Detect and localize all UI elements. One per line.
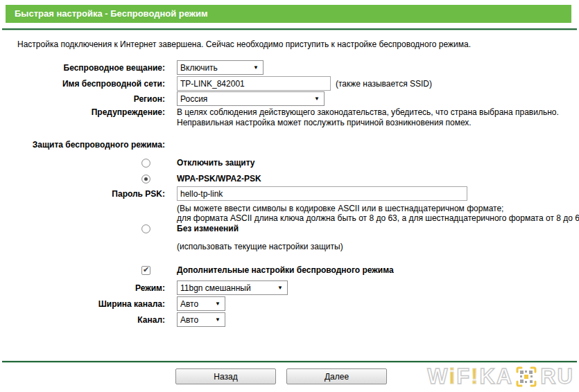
ssid-input[interactable] xyxy=(177,76,331,91)
region-value: Россия xyxy=(180,94,207,104)
security-section-label: Защита беспроводного режима: xyxy=(0,140,165,150)
psk-label: Пароль PSK: xyxy=(0,189,165,199)
form-row-security-option-nochange: Без изменений xyxy=(0,224,579,233)
advanced-settings-checkbox[interactable] xyxy=(141,266,150,275)
radio-wpa-psk-label[interactable]: WPA-PSK/WPA2-PSK xyxy=(177,174,579,184)
form-row-wireless-broadcast: Беспроводное вещание: Включить xyxy=(0,60,579,75)
warning-line-1: В целях соблюдения действующего законода… xyxy=(177,107,579,118)
no-change-hint: (использовать текущие настройки защиты) xyxy=(177,242,579,251)
watermark-letter: W xyxy=(427,364,448,390)
form-row-security-option-wpa: WPA-PSK/WPA2-PSK xyxy=(0,174,579,184)
region-label: Регион: xyxy=(0,94,165,104)
form-row-security-section: Защита беспроводного режима: xyxy=(0,139,579,150)
wireless-broadcast-value: Включить xyxy=(180,63,218,73)
mode-value: 11bgn смешанный xyxy=(180,283,251,293)
radio-wpa-psk[interactable] xyxy=(141,175,150,184)
warning-label: Предупреждение: xyxy=(0,107,165,117)
top-divider xyxy=(2,28,577,30)
warning-line-2: Неправильная настройка может послужить п… xyxy=(177,118,579,128)
watermark-letter: F xyxy=(456,364,470,390)
form-row-psk: Пароль PSK: xyxy=(0,186,579,201)
bottom-divider xyxy=(2,361,577,363)
region-select[interactable]: Россия xyxy=(177,91,325,106)
ssid-label: Имя беспроводной сети: xyxy=(0,79,165,89)
form-row-nochange-hint: (использовать текущие настройки защиты) xyxy=(0,242,579,251)
watermark-letter: K xyxy=(479,364,495,390)
dropdown-arrow-icon xyxy=(253,65,259,71)
watermark-letter: A xyxy=(496,364,512,390)
channel-width-select[interactable]: Авто xyxy=(177,296,225,311)
dropdown-arrow-icon xyxy=(277,285,283,291)
qr-code-icon xyxy=(515,366,537,388)
mode-label: Режим: xyxy=(0,283,165,293)
form-row-warning: Предупреждение: В целях соблюдения дейст… xyxy=(0,107,579,128)
form-row-psk-hint: (Вы можете ввести символы в кодировке AS… xyxy=(0,204,579,223)
page-title: Быстрая настройка - Беспроводной режим xyxy=(6,5,571,23)
wireless-broadcast-select[interactable]: Включить xyxy=(177,60,263,75)
psk-hint-line-2: для формата ASCII длина ключа должна быт… xyxy=(177,213,579,223)
form-row-ssid: Имя беспроводной сети: (также называется… xyxy=(0,76,579,91)
dropdown-arrow-icon xyxy=(314,96,320,102)
form-row-mode: Режим: 11bgn смешанный xyxy=(0,280,579,295)
watermark-letter: U xyxy=(558,364,573,390)
ssid-hint: (также называется SSID) xyxy=(336,79,432,89)
radio-disable-security-label[interactable]: Отключить защиту xyxy=(177,158,579,168)
wifika-watermark: W i F ! K A R U xyxy=(427,364,573,390)
advanced-settings-label[interactable]: Дополнительные настройки беспроводного р… xyxy=(177,265,579,275)
dropdown-arrow-icon xyxy=(215,301,221,307)
dropdown-arrow-icon xyxy=(215,317,221,323)
watermark-letter: R xyxy=(540,364,556,390)
wireless-broadcast-label: Беспроводное вещание: xyxy=(0,63,165,73)
back-button[interactable]: Назад xyxy=(175,368,276,384)
channel-label: Канал: xyxy=(0,315,165,325)
radio-no-change[interactable] xyxy=(141,224,150,233)
wireless-settings-form: Беспроводное вещание: Включить Имя беспр… xyxy=(0,60,579,327)
form-row-channel-width: Ширина канала: Авто xyxy=(0,296,579,311)
psk-input[interactable] xyxy=(177,186,467,201)
psk-hint-line-1: (Вы можете ввести символы в кодировке AS… xyxy=(177,204,579,213)
intro-text: Настройка подключения к Интернет заверше… xyxy=(17,39,471,49)
channel-width-value: Авто xyxy=(180,299,198,309)
watermark-letter: i xyxy=(449,364,456,390)
radio-no-change-label[interactable]: Без изменений xyxy=(177,224,579,233)
channel-select[interactable]: Авто xyxy=(177,312,225,327)
form-row-region: Регион: Россия xyxy=(0,91,579,106)
next-button[interactable]: Далее xyxy=(286,368,387,384)
channel-value: Авто xyxy=(180,315,198,325)
form-row-channel: Канал: Авто xyxy=(0,312,579,327)
form-row-security-option-disable: Отключить защиту xyxy=(0,158,579,168)
form-row-advanced: Дополнительные настройки беспроводного р… xyxy=(0,265,579,275)
channel-width-label: Ширина канала: xyxy=(0,299,165,309)
radio-disable-security[interactable] xyxy=(141,159,150,168)
mode-select[interactable]: 11bgn смешанный xyxy=(177,280,288,295)
watermark-letter: ! xyxy=(471,364,478,390)
